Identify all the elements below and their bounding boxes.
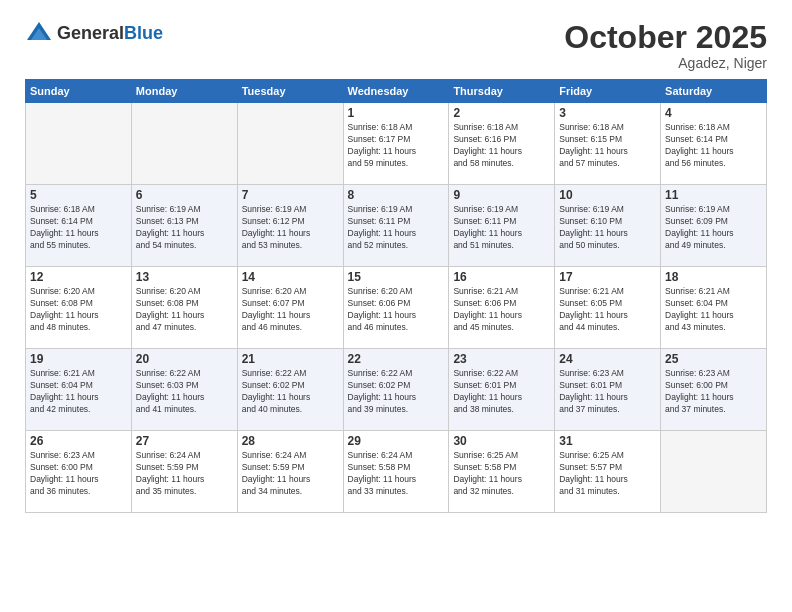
table-row: 14Sunrise: 6:20 AM Sunset: 6:07 PM Dayli…: [237, 267, 343, 349]
day-number: 27: [136, 434, 233, 448]
day-number: 5: [30, 188, 127, 202]
table-row: 23Sunrise: 6:22 AM Sunset: 6:01 PM Dayli…: [449, 349, 555, 431]
logo-icon: [25, 20, 53, 48]
table-row: 27Sunrise: 6:24 AM Sunset: 5:59 PM Dayli…: [131, 431, 237, 513]
day-info: Sunrise: 6:18 AM Sunset: 6:16 PM Dayligh…: [453, 122, 550, 170]
day-number: 24: [559, 352, 656, 366]
table-row: 7Sunrise: 6:19 AM Sunset: 6:12 PM Daylig…: [237, 185, 343, 267]
table-row: 11Sunrise: 6:19 AM Sunset: 6:09 PM Dayli…: [661, 185, 767, 267]
day-info: Sunrise: 6:18 AM Sunset: 6:17 PM Dayligh…: [348, 122, 445, 170]
day-info: Sunrise: 6:19 AM Sunset: 6:11 PM Dayligh…: [453, 204, 550, 252]
day-info: Sunrise: 6:21 AM Sunset: 6:06 PM Dayligh…: [453, 286, 550, 334]
day-info: Sunrise: 6:24 AM Sunset: 5:59 PM Dayligh…: [136, 450, 233, 498]
table-row: 20Sunrise: 6:22 AM Sunset: 6:03 PM Dayli…: [131, 349, 237, 431]
day-info: Sunrise: 6:22 AM Sunset: 6:01 PM Dayligh…: [453, 368, 550, 416]
day-number: 29: [348, 434, 445, 448]
table-row: 4Sunrise: 6:18 AM Sunset: 6:14 PM Daylig…: [661, 103, 767, 185]
table-row: [131, 103, 237, 185]
calendar: Sunday Monday Tuesday Wednesday Thursday…: [25, 79, 767, 513]
table-row: 16Sunrise: 6:21 AM Sunset: 6:06 PM Dayli…: [449, 267, 555, 349]
day-info: Sunrise: 6:21 AM Sunset: 6:04 PM Dayligh…: [665, 286, 762, 334]
table-row: 17Sunrise: 6:21 AM Sunset: 6:05 PM Dayli…: [555, 267, 661, 349]
table-row: 15Sunrise: 6:20 AM Sunset: 6:06 PM Dayli…: [343, 267, 449, 349]
day-number: 19: [30, 352, 127, 366]
table-row: 29Sunrise: 6:24 AM Sunset: 5:58 PM Dayli…: [343, 431, 449, 513]
day-info: Sunrise: 6:23 AM Sunset: 6:01 PM Dayligh…: [559, 368, 656, 416]
day-number: 9: [453, 188, 550, 202]
day-info: Sunrise: 6:25 AM Sunset: 5:57 PM Dayligh…: [559, 450, 656, 498]
day-info: Sunrise: 6:25 AM Sunset: 5:58 PM Dayligh…: [453, 450, 550, 498]
day-number: 7: [242, 188, 339, 202]
day-number: 13: [136, 270, 233, 284]
header-monday: Monday: [131, 80, 237, 103]
day-number: 3: [559, 106, 656, 120]
table-row: 21Sunrise: 6:22 AM Sunset: 6:02 PM Dayli…: [237, 349, 343, 431]
day-info: Sunrise: 6:18 AM Sunset: 6:14 PM Dayligh…: [665, 122, 762, 170]
table-row: 24Sunrise: 6:23 AM Sunset: 6:01 PM Dayli…: [555, 349, 661, 431]
day-number: 11: [665, 188, 762, 202]
day-number: 23: [453, 352, 550, 366]
table-row: 12Sunrise: 6:20 AM Sunset: 6:08 PM Dayli…: [26, 267, 132, 349]
day-number: 8: [348, 188, 445, 202]
table-row: 9Sunrise: 6:19 AM Sunset: 6:11 PM Daylig…: [449, 185, 555, 267]
day-number: 16: [453, 270, 550, 284]
calendar-week-row: 1Sunrise: 6:18 AM Sunset: 6:17 PM Daylig…: [26, 103, 767, 185]
logo-general-text: General: [57, 23, 124, 43]
day-number: 2: [453, 106, 550, 120]
day-info: Sunrise: 6:21 AM Sunset: 6:04 PM Dayligh…: [30, 368, 127, 416]
day-info: Sunrise: 6:19 AM Sunset: 6:12 PM Dayligh…: [242, 204, 339, 252]
table-row: 2Sunrise: 6:18 AM Sunset: 6:16 PM Daylig…: [449, 103, 555, 185]
table-row: 19Sunrise: 6:21 AM Sunset: 6:04 PM Dayli…: [26, 349, 132, 431]
day-info: Sunrise: 6:19 AM Sunset: 6:11 PM Dayligh…: [348, 204, 445, 252]
day-number: 1: [348, 106, 445, 120]
day-number: 28: [242, 434, 339, 448]
table-row: [661, 431, 767, 513]
day-number: 14: [242, 270, 339, 284]
table-row: 8Sunrise: 6:19 AM Sunset: 6:11 PM Daylig…: [343, 185, 449, 267]
day-number: 22: [348, 352, 445, 366]
calendar-week-row: 26Sunrise: 6:23 AM Sunset: 6:00 PM Dayli…: [26, 431, 767, 513]
header-tuesday: Tuesday: [237, 80, 343, 103]
day-number: 15: [348, 270, 445, 284]
header-friday: Friday: [555, 80, 661, 103]
day-info: Sunrise: 6:23 AM Sunset: 6:00 PM Dayligh…: [665, 368, 762, 416]
day-number: 21: [242, 352, 339, 366]
day-info: Sunrise: 6:19 AM Sunset: 6:13 PM Dayligh…: [136, 204, 233, 252]
day-info: Sunrise: 6:18 AM Sunset: 6:14 PM Dayligh…: [30, 204, 127, 252]
table-row: 28Sunrise: 6:24 AM Sunset: 5:59 PM Dayli…: [237, 431, 343, 513]
day-info: Sunrise: 6:22 AM Sunset: 6:03 PM Dayligh…: [136, 368, 233, 416]
day-info: Sunrise: 6:22 AM Sunset: 6:02 PM Dayligh…: [242, 368, 339, 416]
table-row: 22Sunrise: 6:22 AM Sunset: 6:02 PM Dayli…: [343, 349, 449, 431]
table-row: 31Sunrise: 6:25 AM Sunset: 5:57 PM Dayli…: [555, 431, 661, 513]
table-row: 5Sunrise: 6:18 AM Sunset: 6:14 PM Daylig…: [26, 185, 132, 267]
day-info: Sunrise: 6:19 AM Sunset: 6:09 PM Dayligh…: [665, 204, 762, 252]
day-info: Sunrise: 6:23 AM Sunset: 6:00 PM Dayligh…: [30, 450, 127, 498]
day-info: Sunrise: 6:20 AM Sunset: 6:07 PM Dayligh…: [242, 286, 339, 334]
day-info: Sunrise: 6:22 AM Sunset: 6:02 PM Dayligh…: [348, 368, 445, 416]
table-row: 6Sunrise: 6:19 AM Sunset: 6:13 PM Daylig…: [131, 185, 237, 267]
header-thursday: Thursday: [449, 80, 555, 103]
day-number: 17: [559, 270, 656, 284]
day-number: 26: [30, 434, 127, 448]
day-info: Sunrise: 6:24 AM Sunset: 5:59 PM Dayligh…: [242, 450, 339, 498]
title-block: October 2025 Agadez, Niger: [564, 20, 767, 71]
day-info: Sunrise: 6:20 AM Sunset: 6:08 PM Dayligh…: [30, 286, 127, 334]
table-row: 18Sunrise: 6:21 AM Sunset: 6:04 PM Dayli…: [661, 267, 767, 349]
day-number: 18: [665, 270, 762, 284]
day-number: 10: [559, 188, 656, 202]
header: GeneralBlue October 2025 Agadez, Niger: [25, 20, 767, 71]
page: GeneralBlue October 2025 Agadez, Niger S…: [0, 0, 792, 612]
day-info: Sunrise: 6:21 AM Sunset: 6:05 PM Dayligh…: [559, 286, 656, 334]
table-row: 10Sunrise: 6:19 AM Sunset: 6:10 PM Dayli…: [555, 185, 661, 267]
day-number: 31: [559, 434, 656, 448]
calendar-week-row: 12Sunrise: 6:20 AM Sunset: 6:08 PM Dayli…: [26, 267, 767, 349]
day-number: 20: [136, 352, 233, 366]
header-wednesday: Wednesday: [343, 80, 449, 103]
day-number: 6: [136, 188, 233, 202]
calendar-week-row: 5Sunrise: 6:18 AM Sunset: 6:14 PM Daylig…: [26, 185, 767, 267]
logo-blue-text: Blue: [124, 23, 163, 43]
day-info: Sunrise: 6:20 AM Sunset: 6:06 PM Dayligh…: [348, 286, 445, 334]
day-info: Sunrise: 6:24 AM Sunset: 5:58 PM Dayligh…: [348, 450, 445, 498]
month-title: October 2025: [564, 20, 767, 55]
location: Agadez, Niger: [564, 55, 767, 71]
